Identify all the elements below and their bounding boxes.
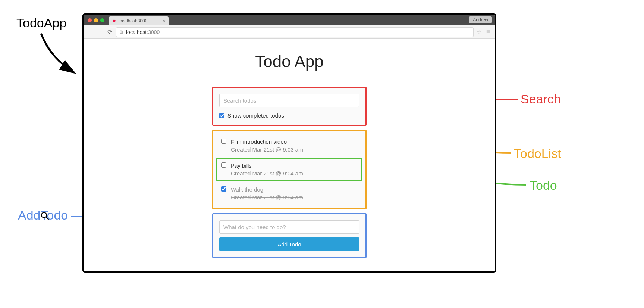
page-viewport: Todo App Show completed todos Film intro… (84, 39, 495, 271)
todolist-component: Film introduction video Created Mar 21st… (212, 130, 367, 209)
back-button[interactable]: ← (87, 29, 94, 35)
new-todo-input[interactable] (219, 220, 359, 234)
add-todo-button[interactable]: Add Todo (219, 237, 359, 251)
arrow-todoapp (34, 30, 86, 82)
url-port: :3000 (147, 29, 160, 35)
annotation-todo: Todo (530, 178, 557, 193)
todo-meta: Created Mar 21st @ 9:04 am (231, 194, 303, 200)
todo-meta: Created Mar 21st @ 9:04 am (231, 170, 303, 177)
todo-meta: Created Mar 21st @ 9:03 am (231, 146, 303, 153)
browser-window: ✖ localhost:3000 × Andrew ← → ⟳ 🗎 localh… (82, 13, 496, 273)
page-icon: 🗎 (119, 29, 124, 35)
browser-tabstrip: ✖ localhost:3000 × Andrew (84, 15, 495, 25)
todo-item[interactable]: Film introduction video Created Mar 21st… (216, 134, 362, 158)
addtodo-component: Add Todo (212, 213, 367, 258)
search-input[interactable] (219, 94, 359, 107)
tab-favicon-icon: ✖ (112, 19, 116, 23)
tab-title: localhost:3000 (119, 18, 160, 24)
bookmark-star-icon[interactable]: ☆ (477, 29, 481, 35)
traffic-lights (84, 18, 104, 22)
show-completed-label: Show completed todos (227, 112, 284, 119)
todo-title: Walk the dog (231, 186, 303, 193)
todo-checkbox[interactable] (221, 162, 226, 168)
window-close-icon[interactable] (88, 18, 92, 22)
annotation-todoapp: TodoApp (16, 16, 66, 30)
todo-item[interactable]: Walk the dog Created Mar 21st @ 9:04 am (216, 181, 362, 205)
annotation-todolist: TodoList (514, 146, 561, 161)
todo-checkbox[interactable] (221, 139, 226, 144)
address-bar[interactable]: 🗎 localhost:3000 (116, 27, 474, 37)
profile-badge[interactable]: Andrew (469, 16, 492, 23)
window-minimize-icon[interactable] (94, 18, 98, 22)
annotation-search: Search (521, 92, 561, 106)
show-completed-checkbox[interactable] (219, 113, 224, 118)
forward-button[interactable]: → (97, 29, 103, 35)
url-host: localhost (126, 29, 147, 35)
tab-close-icon[interactable]: × (163, 19, 166, 24)
todo-checkbox[interactable] (221, 186, 226, 192)
search-component: Show completed todos (212, 87, 367, 126)
page-title: Todo App (84, 52, 495, 71)
show-completed-row[interactable]: Show completed todos (219, 112, 359, 119)
browser-toolbar: ← → ⟳ 🗎 localhost:3000 ☆ ≡ (84, 25, 495, 39)
todo-title: Pay bills (231, 162, 303, 169)
window-zoom-icon[interactable] (100, 18, 104, 22)
todo-item[interactable]: Pay bills Created Mar 21st @ 9:04 am (216, 158, 362, 181)
todo-title: Film introduction video (231, 139, 303, 145)
hamburger-menu-icon[interactable]: ≡ (484, 28, 492, 36)
reload-button[interactable]: ⟳ (106, 28, 113, 35)
annotation-addtodo: AddTodo (18, 208, 68, 223)
browser-tab[interactable]: ✖ localhost:3000 × (109, 16, 169, 25)
